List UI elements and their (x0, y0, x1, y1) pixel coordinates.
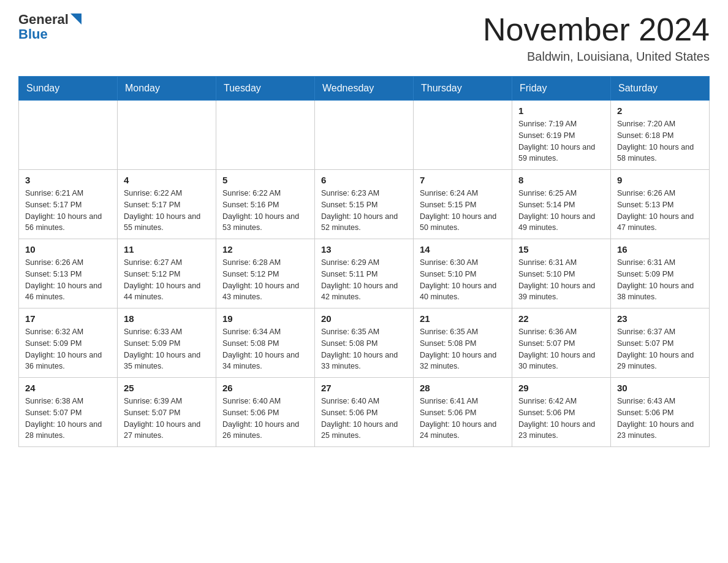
calendar-cell: 9Sunrise: 6:26 AMSunset: 5:13 PMDaylight… (611, 170, 710, 239)
month-title: November 2024 (483, 12, 710, 47)
sunset-text: Sunset: 5:06 PM (222, 407, 308, 419)
sunset-text: Sunset: 5:13 PM (25, 269, 111, 280)
daylight-text: Daylight: 10 hours and 28 minutes. (25, 419, 111, 442)
day-info: Sunrise: 6:42 AMSunset: 5:06 PMDaylight:… (518, 396, 604, 442)
sunset-text: Sunset: 5:12 PM (124, 269, 210, 280)
sunset-text: Sunset: 5:08 PM (420, 338, 506, 350)
calendar-cell: 4Sunrise: 6:22 AMSunset: 5:17 PMDaylight… (118, 170, 216, 239)
day-info: Sunrise: 6:35 AMSunset: 5:08 PMDaylight:… (321, 326, 407, 372)
day-number: 6 (321, 175, 407, 185)
daylight-text: Daylight: 10 hours and 35 minutes. (124, 350, 210, 373)
daylight-text: Daylight: 10 hours and 40 minutes. (420, 280, 506, 304)
logo-triangle-icon (70, 13, 82, 25)
sunrise-text: Sunrise: 6:26 AM (617, 188, 703, 199)
calendar-row: 1Sunrise: 7:19 AMSunset: 6:19 PMDaylight… (19, 101, 710, 170)
day-number: 13 (321, 244, 407, 255)
calendar-row: 10Sunrise: 6:26 AMSunset: 5:13 PMDayligh… (19, 239, 710, 308)
sunset-text: Sunset: 5:09 PM (617, 269, 703, 280)
sunset-text: Sunset: 5:14 PM (518, 199, 604, 211)
day-info: Sunrise: 6:35 AMSunset: 5:08 PMDaylight:… (420, 326, 506, 372)
daylight-text: Daylight: 10 hours and 30 minutes. (518, 350, 604, 373)
daylight-text: Daylight: 10 hours and 47 minutes. (617, 211, 703, 234)
day-info: Sunrise: 6:40 AMSunset: 5:06 PMDaylight:… (222, 396, 308, 442)
calendar-cell: 25Sunrise: 6:39 AMSunset: 5:07 PMDayligh… (118, 378, 216, 447)
day-number: 30 (617, 383, 703, 393)
calendar-cell: 21Sunrise: 6:35 AMSunset: 5:08 PMDayligh… (414, 308, 512, 378)
daylight-text: Daylight: 10 hours and 52 minutes. (321, 211, 407, 234)
daylight-text: Daylight: 10 hours and 23 minutes. (518, 419, 604, 442)
sunset-text: Sunset: 5:08 PM (321, 338, 407, 350)
sunset-text: Sunset: 5:06 PM (420, 407, 506, 419)
day-info: Sunrise: 6:33 AMSunset: 5:09 PMDaylight:… (124, 326, 210, 372)
daylight-text: Daylight: 10 hours and 53 minutes. (222, 211, 308, 234)
sunset-text: Sunset: 5:06 PM (321, 407, 407, 419)
day-number: 11 (124, 244, 210, 255)
day-info: Sunrise: 6:24 AMSunset: 5:15 PMDaylight:… (420, 188, 506, 234)
calendar-cell: 15Sunrise: 6:31 AMSunset: 5:10 PMDayligh… (512, 239, 611, 308)
calendar-cell: 17Sunrise: 6:32 AMSunset: 5:09 PMDayligh… (19, 308, 118, 378)
sunrise-text: Sunrise: 7:19 AM (518, 118, 604, 130)
sunrise-text: Sunrise: 6:27 AM (124, 257, 210, 269)
sunrise-text: Sunrise: 6:33 AM (124, 326, 210, 338)
weekday-header-tuesday: Tuesday (216, 77, 315, 101)
calendar-cell: 10Sunrise: 6:26 AMSunset: 5:13 PMDayligh… (19, 239, 118, 308)
calendar-cell: 13Sunrise: 6:29 AMSunset: 5:11 PMDayligh… (315, 239, 414, 308)
day-info: Sunrise: 7:19 AMSunset: 6:19 PMDaylight:… (518, 118, 604, 164)
day-number: 15 (518, 244, 604, 255)
calendar-row: 24Sunrise: 6:38 AMSunset: 5:07 PMDayligh… (19, 378, 710, 447)
calendar-cell: 29Sunrise: 6:42 AMSunset: 5:06 PMDayligh… (512, 378, 611, 447)
calendar-cell: 16Sunrise: 6:31 AMSunset: 5:09 PMDayligh… (611, 239, 710, 308)
calendar-cell (19, 101, 118, 170)
day-number: 20 (321, 313, 407, 324)
weekday-header-row: SundayMondayTuesdayWednesdayThursdayFrid… (19, 77, 710, 101)
day-info: Sunrise: 6:28 AMSunset: 5:12 PMDaylight:… (222, 257, 308, 303)
sunrise-text: Sunrise: 6:35 AM (321, 326, 407, 338)
day-info: Sunrise: 6:31 AMSunset: 5:09 PMDaylight:… (617, 257, 703, 303)
daylight-text: Daylight: 10 hours and 29 minutes. (617, 350, 703, 373)
daylight-text: Daylight: 10 hours and 39 minutes. (518, 280, 604, 304)
location-title: Baldwin, Louisiana, United States (483, 50, 710, 64)
day-number: 5 (222, 175, 308, 185)
day-info: Sunrise: 6:26 AMSunset: 5:13 PMDaylight:… (617, 188, 703, 234)
sunset-text: Sunset: 5:06 PM (617, 407, 703, 419)
sunset-text: Sunset: 5:15 PM (321, 199, 407, 211)
sunrise-text: Sunrise: 6:29 AM (321, 257, 407, 269)
sunrise-text: Sunrise: 6:40 AM (321, 396, 407, 407)
daylight-text: Daylight: 10 hours and 32 minutes. (420, 350, 506, 373)
sunset-text: Sunset: 5:07 PM (124, 407, 210, 419)
day-info: Sunrise: 6:43 AMSunset: 5:06 PMDaylight:… (617, 396, 703, 442)
calendar-cell: 30Sunrise: 6:43 AMSunset: 5:06 PMDayligh… (611, 378, 710, 447)
day-number: 19 (222, 313, 308, 324)
daylight-text: Daylight: 10 hours and 24 minutes. (420, 419, 506, 442)
sunrise-text: Sunrise: 6:24 AM (420, 188, 506, 199)
day-info: Sunrise: 6:26 AMSunset: 5:13 PMDaylight:… (25, 257, 111, 303)
day-info: Sunrise: 6:41 AMSunset: 5:06 PMDaylight:… (420, 396, 506, 442)
day-number: 24 (25, 383, 111, 393)
day-info: Sunrise: 6:31 AMSunset: 5:10 PMDaylight:… (518, 257, 604, 303)
calendar-cell (118, 101, 216, 170)
sunset-text: Sunset: 6:18 PM (617, 130, 703, 142)
sunrise-text: Sunrise: 6:23 AM (321, 188, 407, 199)
calendar-cell: 28Sunrise: 6:41 AMSunset: 5:06 PMDayligh… (414, 378, 512, 447)
sunset-text: Sunset: 5:09 PM (124, 338, 210, 350)
day-info: Sunrise: 6:30 AMSunset: 5:10 PMDaylight:… (420, 257, 506, 303)
calendar-cell: 7Sunrise: 6:24 AMSunset: 5:15 PMDaylight… (414, 170, 512, 239)
day-number: 23 (617, 313, 703, 324)
sunset-text: Sunset: 5:07 PM (617, 338, 703, 350)
day-number: 14 (420, 244, 506, 255)
day-number: 21 (420, 313, 506, 324)
day-info: Sunrise: 7:20 AMSunset: 6:18 PMDaylight:… (617, 118, 703, 164)
sunrise-text: Sunrise: 6:35 AM (420, 326, 506, 338)
calendar-cell: 26Sunrise: 6:40 AMSunset: 5:06 PMDayligh… (216, 378, 315, 447)
calendar-cell: 3Sunrise: 6:21 AMSunset: 5:17 PMDaylight… (19, 170, 118, 239)
sunrise-text: Sunrise: 6:42 AM (518, 396, 604, 407)
sunset-text: Sunset: 5:15 PM (420, 199, 506, 211)
daylight-text: Daylight: 10 hours and 38 minutes. (617, 280, 703, 304)
day-number: 4 (124, 175, 210, 185)
day-info: Sunrise: 6:39 AMSunset: 5:07 PMDaylight:… (124, 396, 210, 442)
calendar-cell: 5Sunrise: 6:22 AMSunset: 5:16 PMDaylight… (216, 170, 315, 239)
day-number: 7 (420, 175, 506, 185)
calendar-cell: 2Sunrise: 7:20 AMSunset: 6:18 PMDaylight… (611, 101, 710, 170)
calendar-cell: 8Sunrise: 6:25 AMSunset: 5:14 PMDaylight… (512, 170, 611, 239)
day-info: Sunrise: 6:36 AMSunset: 5:07 PMDaylight:… (518, 326, 604, 372)
